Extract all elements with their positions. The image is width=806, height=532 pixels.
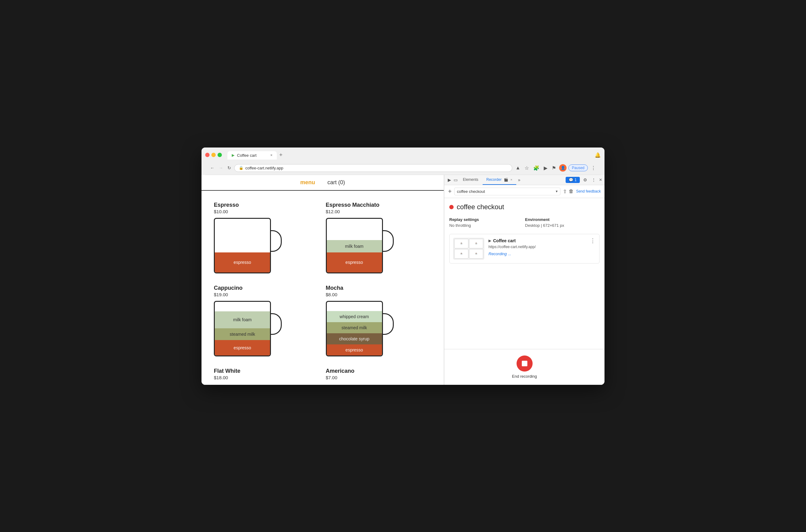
replay-settings-grid: Replay settings Environment No throttlin… bbox=[449, 217, 599, 228]
americano-price: $7.00 bbox=[326, 375, 432, 380]
recorder-toolbar-actions: ⇧ 🗑 bbox=[563, 189, 574, 194]
preview-title-row: ▶ Coffee cart ⋮ bbox=[488, 238, 596, 244]
expand-icon[interactable]: ▶ bbox=[488, 239, 491, 243]
forward-button[interactable]: → bbox=[217, 164, 224, 172]
preview-title-text: Coffee cart bbox=[493, 238, 516, 243]
nav-cart-link[interactable]: cart (0) bbox=[327, 179, 345, 186]
americano-name: Americano bbox=[326, 368, 432, 374]
recording-title-row: coffee checkout bbox=[449, 203, 599, 211]
avatar-icon: 👤 bbox=[561, 166, 565, 170]
recorder-tab-close[interactable]: × bbox=[511, 178, 512, 182]
preview-more-button[interactable]: ⋮ bbox=[590, 238, 596, 244]
active-tab[interactable]: ▶ Coffee cart × bbox=[227, 151, 277, 159]
address-text: coffee-cart.netlify.app bbox=[245, 166, 283, 170]
recorder-add-button[interactable]: + bbox=[448, 188, 452, 195]
tab-elements[interactable]: Elements bbox=[459, 175, 482, 185]
tab-recorder[interactable]: Recorder 🎬 × bbox=[483, 175, 516, 185]
tab-close-button[interactable]: × bbox=[270, 153, 272, 157]
thumb-cell-1: ☕ bbox=[454, 239, 468, 248]
espresso-layers: espresso bbox=[215, 252, 270, 272]
mocha-layer-chocolate-syrup: chocolate syrup bbox=[327, 333, 382, 344]
mocha-mug-handle bbox=[382, 313, 394, 335]
cappucino-mug-handle bbox=[270, 313, 282, 335]
actions-badge-button[interactable]: 💬 1 bbox=[565, 177, 580, 183]
stop-recording-button[interactable] bbox=[517, 356, 533, 372]
cappucino-name: Cappucino bbox=[214, 285, 320, 291]
macchiato-mug-body: milk foam espresso bbox=[326, 218, 383, 273]
recording-name-selector[interactable]: coffee checkout ▾ bbox=[454, 188, 560, 195]
export-button[interactable]: ⇧ bbox=[563, 189, 567, 194]
espresso-mug-handle bbox=[270, 230, 282, 252]
devtools-devices-btn[interactable]: ▭ bbox=[453, 176, 459, 183]
preview-thumbnail: ☕ ☕ ☕ ☕ bbox=[453, 238, 484, 260]
replay-settings-label: Replay settings bbox=[449, 217, 524, 222]
mocha-mug: whipped cream steamed milk chocolate syr… bbox=[326, 301, 394, 358]
reload-button[interactable]: ↻ bbox=[226, 164, 232, 172]
end-recording-label: End recording bbox=[512, 374, 537, 379]
espresso-item[interactable]: Espresso $10.00 espresso bbox=[211, 197, 323, 280]
maximize-traffic-light[interactable] bbox=[217, 153, 222, 157]
send-feedback-link[interactable]: Send feedback bbox=[576, 189, 601, 193]
browser-titlebar: ▶ Coffee cart × + 🔔 bbox=[205, 151, 601, 159]
delete-button[interactable]: 🗑 bbox=[569, 189, 574, 194]
cappucino-layer-milk-foam: milk foam bbox=[215, 311, 270, 328]
desktop-resolution-value: Desktop | 672×671 px bbox=[525, 223, 600, 228]
coffee-nav: menu cart (0) bbox=[202, 175, 444, 191]
dropdown-arrow-icon: ▾ bbox=[556, 189, 558, 193]
macchiato-layer-espresso: espresso bbox=[327, 252, 382, 272]
devtools-more-btn[interactable]: ⋮ bbox=[591, 176, 597, 183]
espresso-macchiato-item[interactable]: Espresso Macchiato $12.00 milk foam espr… bbox=[323, 197, 435, 280]
new-tab-button[interactable]: + bbox=[277, 151, 285, 159]
macchiato-layer-milk-foam: milk foam bbox=[327, 240, 382, 252]
elements-tab-label: Elements bbox=[463, 177, 478, 182]
nav-menu-link[interactable]: menu bbox=[300, 179, 315, 186]
coffee-app: menu cart (0) Espresso $10.00 espresso bbox=[202, 175, 444, 385]
devtools-settings-btn[interactable]: ⚙ bbox=[582, 176, 588, 183]
flat-white-price: $18.00 bbox=[214, 375, 320, 380]
mocha-mug-body: whipped cream steamed milk chocolate syr… bbox=[326, 301, 383, 356]
address-bar[interactable]: 🔒 coffee-cart.netlify.app bbox=[234, 164, 512, 172]
devtools-cursor-btn[interactable]: ▶ bbox=[447, 176, 452, 183]
user-avatar[interactable]: 👤 bbox=[559, 164, 567, 172]
back-button[interactable]: ← bbox=[209, 164, 216, 172]
espresso-mug-body: espresso bbox=[214, 218, 271, 273]
devtools-tabs-bar: ▶ ▭ Elements Recorder 🎬 × » 💬 1 bbox=[444, 175, 604, 185]
browser-chrome: ▶ Coffee cart × + 🔔 ← → ↻ 🔒 coffee-cart.… bbox=[202, 148, 604, 175]
cappucino-item[interactable]: Cappucino $19.00 milk foam steamed milk … bbox=[211, 280, 323, 363]
browser-tabs: ▶ Coffee cart × + bbox=[227, 151, 592, 159]
espresso-name: Espresso bbox=[214, 202, 320, 208]
recorder-toolbar: + coffee checkout ▾ ⇧ 🗑 Send feedback bbox=[444, 185, 604, 198]
devtools-tabs-actions: 💬 1 ⚙ ⋮ × bbox=[565, 176, 602, 183]
cappucino-mug-body: milk foam steamed milk espresso bbox=[214, 301, 271, 356]
mocha-name: Mocha bbox=[326, 285, 432, 291]
thumb-cell-4: ☕ bbox=[469, 249, 483, 259]
resolution-label: 672×671 px bbox=[543, 223, 564, 228]
bookmark-button[interactable]: ☆ bbox=[523, 164, 530, 172]
coffee-grid: Espresso $10.00 espresso Espresso Macchi… bbox=[202, 191, 444, 385]
devtools-close-btn[interactable]: × bbox=[599, 177, 602, 183]
browser-window: ▶ Coffee cart × + 🔔 ← → ↻ 🔒 coffee-cart.… bbox=[202, 148, 604, 385]
extensions-button[interactable]: 🧩 bbox=[532, 164, 541, 172]
mocha-item[interactable]: Mocha $8.00 whipped cream steamed milk c… bbox=[323, 280, 435, 363]
minimize-traffic-light[interactable] bbox=[211, 153, 216, 157]
menu-button[interactable]: ⋮ bbox=[590, 164, 597, 172]
mocha-layer-steamed-milk: steamed milk bbox=[327, 322, 382, 333]
end-recording-section: End recording bbox=[444, 349, 604, 385]
flat-white-name: Flat White bbox=[214, 368, 320, 374]
americano-item[interactable]: Americano $7.00 Total: $0.00 bbox=[323, 363, 435, 385]
recording-status-text: Recording ... bbox=[488, 251, 596, 256]
close-traffic-light[interactable] bbox=[205, 153, 210, 157]
espresso-layer-espresso: espresso bbox=[215, 252, 270, 272]
lock-icon: 🔒 bbox=[239, 166, 244, 170]
share-button[interactable]: ▲ bbox=[514, 164, 521, 172]
macchiato-mug: milk foam espresso bbox=[326, 218, 394, 275]
cast-button[interactable]: ▶ bbox=[542, 164, 549, 172]
toolbar-actions: ▲ ☆ 🧩 ▶ ⚑ 👤 Paused ⋮ bbox=[514, 164, 597, 172]
actions-count: 1 bbox=[575, 178, 577, 182]
paused-button[interactable]: Paused bbox=[569, 165, 588, 171]
flat-white-item[interactable]: Flat White $18.00 bbox=[211, 363, 323, 385]
profile-extensions-btn[interactable]: ⚑ bbox=[551, 164, 557, 172]
macchiato-price: $12.00 bbox=[326, 209, 432, 214]
mocha-layers: whipped cream steamed milk chocolate syr… bbox=[327, 311, 382, 356]
more-tabs-button[interactable]: » bbox=[517, 176, 522, 184]
